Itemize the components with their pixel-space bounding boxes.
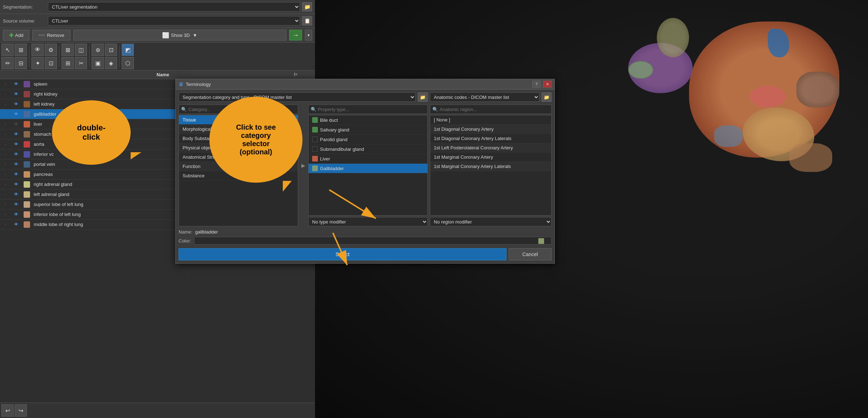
scheme-folder-btn[interactable]: 📁 — [418, 92, 428, 102]
eye-toggle[interactable]: 👁 — [11, 141, 21, 147]
cancel-button[interactable]: Cancel — [509, 248, 552, 260]
dialog-close-btn[interactable]: ✕ — [543, 81, 552, 88]
anatomic-search-input[interactable] — [440, 107, 549, 112]
grid2-tool[interactable]: ⊞ — [62, 57, 74, 69]
puzzle-tool[interactable]: ⚙ — [45, 44, 57, 56]
fill-tool[interactable]: ⊟ — [15, 57, 27, 69]
flag-tool[interactable]: ◩ — [122, 44, 134, 56]
color-swatch-cell — [21, 171, 32, 178]
visibility-toggle[interactable]: · — [0, 122, 11, 127]
visibility-toggle[interactable]: · — [0, 202, 11, 207]
visibility-toggle[interactable]: · — [0, 92, 11, 97]
visibility-toggle[interactable]: · — [0, 192, 11, 197]
visibility-toggle[interactable]: · — [0, 132, 11, 137]
eye-tool[interactable]: 👁 — [31, 44, 44, 56]
select-button[interactable]: Select — [179, 248, 506, 260]
eye-toggle[interactable]: 👁 — [11, 152, 21, 157]
anatomic-region-item[interactable]: 1st Marginal Coronary Artery Laterals — [430, 162, 551, 171]
eye-toggle[interactable]: 👁 — [11, 81, 21, 87]
property-type-item[interactable]: Liver — [309, 154, 427, 164]
source-volume-btn[interactable]: 📋 — [302, 16, 312, 25]
property-type-item[interactable]: Parotid gland — [309, 135, 427, 144]
region-tool[interactable]: ⊡ — [45, 57, 57, 69]
type-color-swatch — [312, 165, 318, 171]
property-type-item[interactable]: Bile duct — [309, 115, 427, 125]
color-swatch — [24, 111, 30, 117]
paint-tool[interactable]: ✏ — [1, 57, 14, 69]
type-color-swatch — [312, 156, 318, 162]
anatomic-search[interactable]: 🔍 — [430, 105, 552, 114]
segmentation-combo[interactable]: CTLiver segmentation — [48, 2, 300, 11]
visibility-toggle[interactable]: · — [0, 222, 11, 227]
col-arrow: ▶ — [300, 105, 306, 226]
mask-tool[interactable]: ▣ — [92, 57, 104, 69]
special-tool[interactable]: ⊛ — [92, 44, 104, 56]
visibility-toggle[interactable]: · — [0, 102, 11, 107]
segmentation-folder-btn[interactable]: 📁 — [302, 2, 312, 11]
anatomic-folder-btn[interactable]: 📁 — [542, 92, 552, 102]
region2-tool[interactable]: ⊠ — [62, 44, 74, 56]
anatomic-scheme-combo[interactable]: Anatomic codes - DICOM master list — [430, 92, 539, 102]
grid-tool[interactable]: ⊞ — [15, 44, 27, 56]
visibility-toggle[interactable]: · — [0, 172, 11, 177]
dialog-help-btn[interactable]: ? — [532, 81, 541, 88]
type-label: Liver — [320, 156, 330, 162]
eye-toggle[interactable]: 👁 — [11, 131, 21, 137]
property-type-item[interactable]: Salivary gland — [309, 125, 427, 135]
type-label: Parotid gland — [320, 137, 348, 142]
eye-toggle[interactable]: 👁 — [11, 121, 21, 127]
property-search-input[interactable] — [318, 107, 425, 112]
region-modifier-combo[interactable]: No region modifier — [430, 217, 552, 226]
visibility-toggle[interactable]: · — [0, 152, 11, 157]
go-button[interactable]: → — [289, 30, 302, 40]
visibility-toggle[interactable]: · — [0, 82, 11, 87]
down-tool[interactable]: ⬡ — [122, 57, 134, 69]
eye-toggle[interactable]: 👁 — [11, 172, 21, 177]
anatomic-region-item[interactable]: 1st Marginal Coronary Artery — [430, 153, 551, 162]
property-type-item[interactable]: Gallbladder — [309, 164, 427, 173]
eye-toggle[interactable]: 👁 — [11, 162, 21, 167]
visibility-toggle[interactable]: · — [0, 112, 11, 117]
visibility-toggle[interactable]: · — [0, 182, 11, 187]
eye-toggle[interactable]: 👁 — [11, 192, 21, 197]
cursor-tool[interactable]: ↖ — [1, 44, 14, 56]
undo-button[interactable]: ↩ — [1, 404, 14, 417]
add-button[interactable]: ✚ Add — [3, 30, 29, 40]
eye-toggle[interactable]: 👁 — [11, 222, 21, 227]
scheme-combo[interactable]: Segmentation category and type - DICOM m… — [179, 92, 416, 102]
eye-toggle[interactable]: 👁 — [11, 212, 21, 217]
hollow-tool[interactable]: ◫ — [75, 44, 87, 56]
eye-toggle[interactable]: 👁 — [11, 91, 21, 97]
more-options-btn[interactable]: ▼ — [305, 30, 312, 40]
scissor-tool[interactable]: ✂ — [75, 57, 87, 69]
anatomic-region-item[interactable]: 1st Diagonal Coronary Artery — [430, 125, 551, 134]
show3d-button[interactable]: ⬜ Show 3D ▼ — [73, 30, 286, 40]
visibility-toggle[interactable]: · — [0, 162, 11, 167]
anatomic-region-item[interactable]: [ None ] — [430, 115, 551, 125]
color-swatch — [24, 221, 30, 228]
eye-toggle[interactable]: 👁 — [11, 101, 21, 107]
diamond-tool[interactable]: ◈ — [105, 57, 117, 69]
anatomic-region-item[interactable]: 1st Left Posterolateral Coronary Artery — [430, 143, 551, 153]
eye-col-header — [11, 72, 21, 77]
wand-tool[interactable]: ✦ — [31, 57, 44, 69]
type-modifier-combo[interactable]: No type modifier — [308, 217, 428, 226]
redo-button[interactable]: ↪ — [15, 404, 27, 417]
color-swatch — [24, 101, 30, 107]
dot-tool[interactable]: ⊡ — [105, 44, 117, 56]
color-swatch-cell — [21, 81, 32, 87]
color-swatch-cell — [21, 121, 32, 128]
dialog-title: Terminology — [186, 82, 530, 87]
eye-toggle[interactable]: 👁 — [11, 111, 21, 117]
eye-toggle[interactable]: 👁 — [11, 182, 21, 187]
anatomic-region-item[interactable]: 1st Diagonal Coronary Artery Laterals — [430, 134, 551, 143]
visibility-toggle[interactable]: · — [0, 142, 11, 147]
source-volume-combo[interactable]: CTLiver — [48, 16, 300, 25]
property-type-item[interactable]: Submandibular gland — [309, 144, 427, 154]
eye-toggle[interactable]: 👁 — [11, 202, 21, 207]
color-bar[interactable] — [194, 237, 552, 245]
visibility-toggle[interactable]: · — [0, 212, 11, 217]
show3d-dropdown-arrow[interactable]: ▼ — [193, 33, 197, 38]
remove-button[interactable]: ➖ Remove — [32, 30, 70, 40]
property-search[interactable]: 🔍 — [308, 105, 428, 114]
